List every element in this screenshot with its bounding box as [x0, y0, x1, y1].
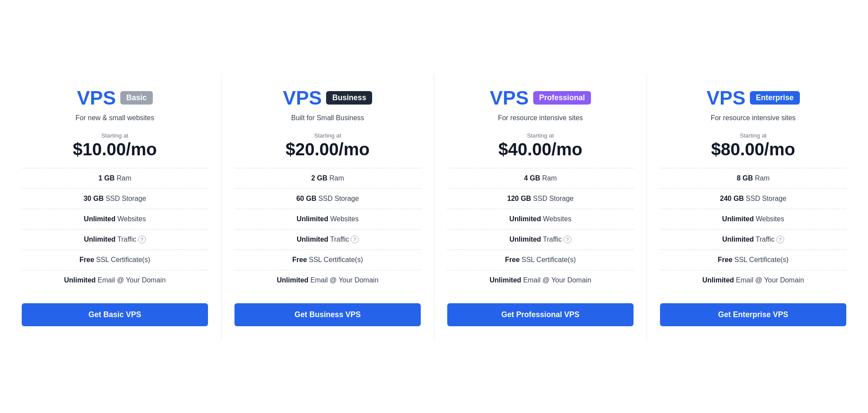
starting-at-enterprise: Starting at	[711, 132, 795, 139]
plan-badge-enterprise: Enterprise	[750, 91, 800, 105]
starting-at-business: Starting at	[286, 132, 370, 139]
plans-container: VPSBasicFor new & small websitesStarting…	[9, 74, 859, 340]
feature-item-professional-0: 4 GB Ram	[447, 168, 634, 188]
plan-badge-business: Business	[326, 91, 372, 105]
feature-item-basic-1: 30 GB SSD Storage	[22, 188, 208, 209]
feature-item-enterprise-0: 8 GB Ram	[660, 168, 846, 188]
feature-item-professional-4: Free SSL Certificate(s)	[447, 249, 634, 270]
feature-bold-basic-0: 1 GB	[99, 174, 115, 182]
cta-button-enterprise[interactable]: Get Enterprise VPS	[660, 303, 846, 326]
plan-tagline-basic: For new & small websites	[76, 114, 154, 122]
starting-at-basic: Starting at	[73, 132, 157, 139]
feature-bold-enterprise-4: Free	[718, 256, 733, 263]
plan-tagline-professional: For resource intensive sites	[498, 114, 583, 122]
feature-bold-professional-4: Free	[505, 256, 520, 263]
features-list-business: 2 GB Ram60 GB SSD StorageUnlimited Websi…	[234, 168, 421, 291]
feature-bold-business-5: Unlimited	[277, 276, 308, 284]
vps-label-enterprise: VPS	[706, 87, 746, 109]
starting-at-professional: Starting at	[498, 132, 582, 139]
pricing-section-professional: Starting at$40.00/mo	[498, 132, 582, 159]
feature-bold-business-4: Free	[292, 256, 307, 263]
feature-item-business-1: 60 GB SSD Storage	[234, 188, 421, 209]
feature-item-enterprise-2: Unlimited Websites	[660, 209, 846, 229]
feature-item-professional-5: Unlimited Email @ Your Domain	[447, 270, 634, 290]
vps-label-professional: VPS	[490, 87, 529, 109]
feature-bold-enterprise-1: 240 GB	[720, 195, 744, 202]
info-icon-business-3[interactable]: ?	[351, 236, 359, 243]
plan-badge-professional: Professional	[533, 91, 591, 105]
feature-bold-business-3: Unlimited	[297, 236, 328, 243]
feature-bold-enterprise-5: Unlimited	[702, 276, 734, 284]
features-list-professional: 4 GB Ram120 GB SSD StorageUnlimited Webs…	[447, 168, 634, 291]
feature-bold-business-2: Unlimited	[297, 215, 328, 223]
feature-bold-professional-0: 4 GB	[524, 174, 540, 182]
feature-item-enterprise-5: Unlimited Email @ Your Domain	[660, 270, 846, 290]
plan-tagline-business: Built for Small Business	[291, 114, 364, 122]
feature-item-professional-2: Unlimited Websites	[447, 209, 634, 229]
feature-item-enterprise-3: Unlimited Traffic?	[660, 229, 846, 250]
info-icon-professional-3[interactable]: ?	[564, 236, 571, 243]
feature-item-basic-4: Free SSL Certificate(s)	[22, 249, 208, 270]
feature-bold-enterprise-0: 8 GB	[737, 174, 753, 182]
feature-item-enterprise-1: 240 GB SSD Storage	[660, 188, 846, 209]
price-professional: $40.00/mo	[498, 140, 582, 159]
feature-item-business-5: Unlimited Email @ Your Domain	[234, 270, 421, 290]
feature-bold-basic-5: Unlimited	[64, 276, 96, 284]
feature-bold-professional-1: 120 GB	[507, 195, 531, 202]
feature-bold-basic-4: Free	[79, 256, 94, 263]
feature-item-enterprise-4: Free SSL Certificate(s)	[660, 249, 846, 270]
pricing-section-enterprise: Starting at$80.00/mo	[711, 132, 795, 159]
feature-item-business-3: Unlimited Traffic?	[234, 229, 421, 250]
feature-bold-business-1: 60 GB	[296, 195, 316, 202]
feature-bold-professional-3: Unlimited	[509, 236, 541, 243]
plan-header-enterprise: VPSEnterprise	[706, 87, 800, 109]
info-icon-enterprise-3[interactable]: ?	[776, 236, 784, 243]
feature-bold-basic-1: 30 GB	[83, 195, 103, 202]
vps-label-business: VPS	[283, 87, 322, 109]
cta-button-basic[interactable]: Get Basic VPS	[22, 303, 208, 326]
cta-button-business[interactable]: Get Business VPS	[234, 303, 421, 326]
cta-button-professional[interactable]: Get Professional VPS	[447, 303, 634, 326]
feature-bold-professional-5: Unlimited	[489, 276, 521, 284]
feature-bold-basic-2: Unlimited	[84, 215, 116, 223]
feature-item-business-0: 2 GB Ram	[234, 168, 421, 188]
feature-item-basic-3: Unlimited Traffic?	[22, 229, 208, 250]
plan-header-basic: VPSBasic	[77, 87, 153, 109]
feature-item-business-2: Unlimited Websites	[234, 209, 421, 229]
feature-item-professional-1: 120 GB SSD Storage	[447, 188, 634, 209]
price-basic: $10.00/mo	[73, 140, 157, 159]
plan-card-enterprise: VPSEnterpriseFor resource intensive site…	[647, 74, 859, 340]
plan-card-professional: VPSProfessionalFor resource intensive si…	[434, 74, 647, 340]
plan-card-business: VPSBusinessBuilt for Small BusinessStart…	[221, 74, 434, 340]
pricing-section-basic: Starting at$10.00/mo	[73, 132, 157, 159]
price-enterprise: $80.00/mo	[711, 140, 795, 159]
feature-item-basic-2: Unlimited Websites	[22, 209, 208, 229]
feature-bold-business-0: 2 GB	[311, 174, 327, 182]
vps-label-basic: VPS	[77, 87, 116, 109]
features-list-basic: 1 GB Ram30 GB SSD StorageUnlimited Websi…	[22, 168, 208, 291]
feature-bold-enterprise-2: Unlimited	[722, 215, 754, 223]
price-business: $20.00/mo	[286, 140, 370, 159]
feature-item-professional-3: Unlimited Traffic?	[447, 229, 634, 250]
feature-item-basic-0: 1 GB Ram	[22, 168, 208, 188]
feature-item-basic-5: Unlimited Email @ Your Domain	[22, 270, 208, 290]
feature-bold-basic-3: Unlimited	[84, 236, 116, 243]
plan-badge-basic: Basic	[120, 91, 153, 105]
feature-item-business-4: Free SSL Certificate(s)	[234, 249, 421, 270]
info-icon-basic-3[interactable]: ?	[138, 236, 146, 243]
plan-card-basic: VPSBasicFor new & small websitesStarting…	[9, 74, 221, 340]
feature-bold-professional-2: Unlimited	[509, 215, 541, 223]
plan-tagline-enterprise: For resource intensive sites	[711, 114, 796, 122]
feature-bold-enterprise-3: Unlimited	[722, 236, 754, 243]
plan-header-professional: VPSProfessional	[490, 87, 591, 109]
plan-header-business: VPSBusiness	[283, 87, 373, 109]
pricing-section-business: Starting at$20.00/mo	[286, 132, 370, 159]
features-list-enterprise: 8 GB Ram240 GB SSD StorageUnlimited Webs…	[660, 168, 846, 291]
